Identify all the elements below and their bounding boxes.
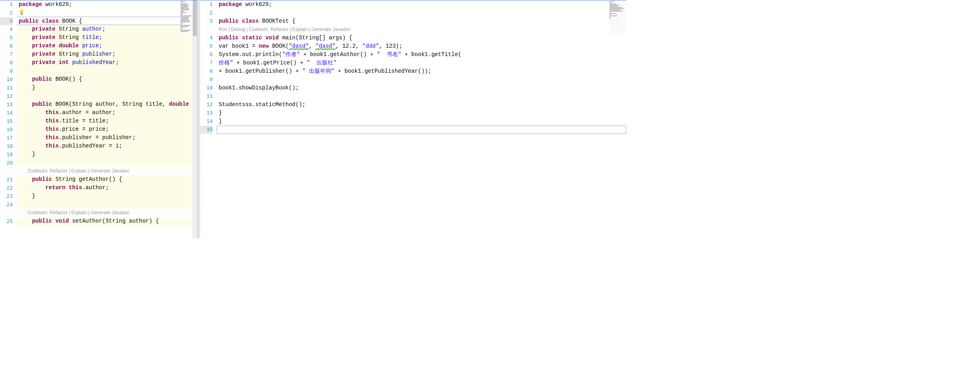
code-line: private int publishedYear;: [17, 58, 197, 67]
code-line: [17, 9, 197, 17]
code-line: public BOOK(String author, String title,…: [17, 100, 197, 108]
codelens-debug[interactable]: Debug: [231, 27, 245, 32]
code-line: [217, 76, 626, 84]
code-line: }: [217, 109, 626, 117]
code-line: this.author = author;: [17, 108, 197, 117]
codelens-explain[interactable]: Explain: [71, 168, 87, 174]
code-line: }: [17, 83, 197, 92]
code-line: }: [217, 117, 626, 126]
codelens: Run|Debug|Codeium: Refactor|Explain|Gene…: [217, 25, 626, 34]
codelens-explain[interactable]: Explain: [292, 27, 308, 32]
code-line: public String getAuthor() {: [17, 175, 197, 184]
codelens-javadoc[interactable]: Generate Javadoc: [91, 168, 130, 174]
code-line: }: [17, 192, 197, 200]
codelens-explain[interactable]: Explain: [71, 210, 87, 215]
code-line: private String author;: [17, 25, 197, 33]
code-line: book1.showDisplayBook();: [217, 84, 626, 92]
code-line: Studentsss.staticMethod();: [217, 101, 626, 109]
code-line-active: public class BOOK {: [17, 17, 197, 25]
code-line: private String title;: [17, 33, 197, 42]
codelens-refactor[interactable]: Refactor: [50, 168, 68, 174]
minimap-right[interactable]: [609, 1, 625, 35]
codelens-javadoc[interactable]: Generate Javadoc: [311, 27, 350, 32]
code-line: public void setAuthor(String author) {: [17, 217, 197, 225]
code-line: [217, 92, 626, 101]
code-line: [17, 92, 197, 100]
code-line: public class BOOKTest {: [217, 17, 626, 25]
code-line: this.price = price;: [17, 125, 197, 134]
code-line: 价格" + book1.getPrice() + " 出版社": [217, 59, 626, 67]
editor-right[interactable]: 1 2 3 4 5 6 7 8 9 10 11 12 13 14 15 pack…: [200, 0, 626, 238]
code-line: var book1 = new BOOK("dasd", "dasd", 12.…: [217, 42, 626, 50]
code-area-left[interactable]: 💡 package work629; public class BOOK { p…: [17, 0, 197, 238]
code-line: public static void main(String[] args) {: [217, 34, 626, 42]
code-line: private String publisher;: [17, 50, 197, 58]
code-line: System.out.println("作者" + book1.getAutho…: [217, 50, 626, 59]
gutter-left: 1 2 3 4 5 6 7 8 9 10 11 12 13 14 15 16 1…: [0, 0, 17, 238]
code-line: [17, 200, 197, 209]
codelens-run[interactable]: Run: [219, 27, 227, 32]
code-line: this.publisher = publisher;: [17, 134, 197, 142]
code-line: package work629;: [217, 0, 626, 9]
codelens-refactor[interactable]: Refactor: [50, 210, 68, 215]
code-line: [217, 9, 626, 17]
code-line: public BOOK() {: [17, 75, 197, 83]
codelens: Codeium: Refactor|Explain|Generate Javad…: [17, 167, 197, 175]
code-line: [17, 67, 197, 75]
code-area-right[interactable]: package work629; public class BOOKTest {…: [217, 0, 626, 238]
codelens-javadoc[interactable]: Generate Javadoc: [91, 210, 130, 215]
gutter-right: 1 2 3 4 5 6 7 8 9 10 11 12 13 14 15: [200, 0, 217, 238]
code-line: }: [17, 150, 197, 159]
code-line: this.title = title;: [17, 117, 197, 125]
code-line-active: [217, 126, 626, 134]
editor-left[interactable]: 1 2 3 4 5 6 7 8 9 10 11 12 13 14 15 16 1…: [0, 0, 197, 238]
code-line: + book1.getPublisher() + " 出版年间" + book1…: [217, 67, 626, 76]
code-line: private double price;: [17, 42, 197, 50]
codelens-refactor[interactable]: Refactor: [270, 27, 288, 32]
code-line: this.publishedYear = i;: [17, 142, 197, 150]
code-line: package work629;: [17, 0, 197, 9]
code-line: [17, 159, 197, 167]
codelens: Codeium: Refactor|Explain|Generate Javad…: [17, 209, 197, 217]
scroll-thumb[interactable]: [193, 0, 197, 36]
code-line: return this.author;: [17, 184, 197, 192]
scrollbar-vertical-left[interactable]: [192, 0, 197, 238]
editor-pane-right: 1 2 3 4 5 6 7 8 9 10 11 12 13 14 15 pack…: [200, 0, 626, 238]
editor-pane-left: 1 2 3 4 5 6 7 8 9 10 11 12 13 14 15 16 1…: [0, 0, 198, 238]
